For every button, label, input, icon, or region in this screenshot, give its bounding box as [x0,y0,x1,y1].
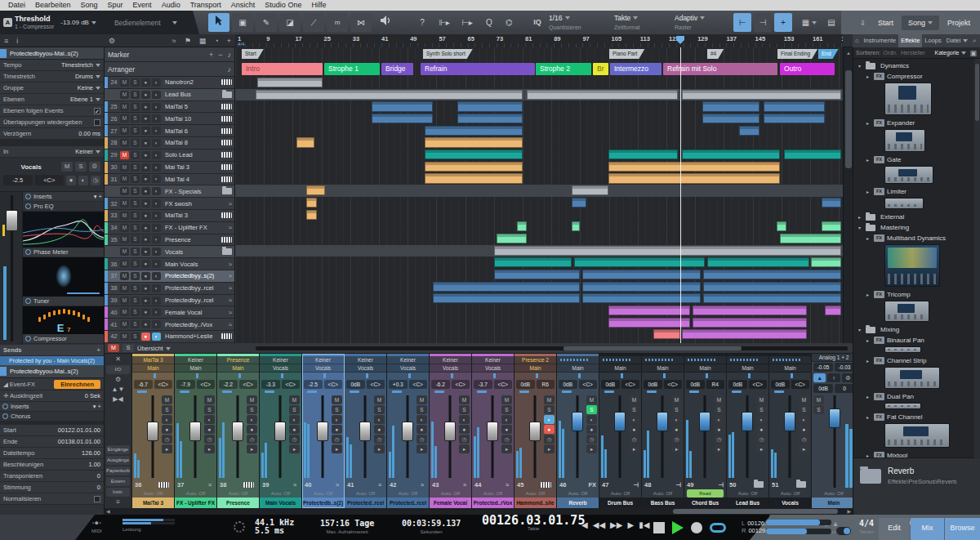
strip-record-button[interactable]: ● [756,425,767,434]
strip-output-label[interactable]: Main [514,364,556,373]
chevron-down-icon[interactable]: ▸ [866,358,871,364]
audio-clip[interactable] [777,221,786,231]
strip-play-button[interactable]: ▸ [756,444,767,453]
power-icon[interactable] [25,298,31,304]
track-row[interactable]: 41MS●◐Protectedby../Vox≈ [105,319,234,331]
audio-clip[interactable] [306,185,325,195]
menu-item-bearbeiten[interactable]: Bearbeiten [30,0,76,11]
raster-dropdown[interactable]: Adaptiv Raster [675,12,728,33]
strip-mute-button[interactable]: M [756,395,767,404]
start-page-button[interactable]: Start [871,16,900,30]
track-solo-button[interactable]: S [131,224,140,232]
audio-clip[interactable] [494,270,580,279]
track-row[interactable]: 39MS●◐Protectedbyy..rcel≈ [105,295,234,307]
strip-monitor-button[interactable]: ◐ [756,415,767,424]
track-solo-button[interactable]: S [131,284,140,292]
strip-mute-button[interactable]: M [374,395,385,404]
normalize-row[interactable]: Normalisieren [0,493,104,505]
strip-automation-mode[interactable]: Auto: Off [727,489,768,498]
track-mute-button[interactable]: M [120,332,129,341]
strip-automation-button[interactable]: ◷ [586,435,597,444]
scroll-left-icon[interactable]: ◀ [106,508,110,515]
main-fader-column[interactable] [824,394,845,489]
track-mute-button[interactable]: M [120,139,129,147]
track-row[interactable]: 30MS●◐Mai Tai 3 [105,162,234,174]
row-value[interactable]: 0.00 ms [78,130,100,137]
strip-output-label[interactable]: Vocals [472,364,514,373]
strip-mute-button[interactable]: M [671,395,682,404]
track-mute-button[interactable]: M [120,103,129,111]
strip-pan-value[interactable]: <C> [324,380,343,389]
strip-pan-value[interactable]: <C> [367,380,385,389]
audio-clip[interactable] [457,114,523,123]
mixer-channel-40[interactable]: KeinerVocals-2.5<C>MS◐●◷▸40≈Auto: OffPro… [302,354,345,508]
strip-automation-mode[interactable]: Read [687,489,724,498]
checkbox[interactable]: ✓ [94,108,100,114]
mixer-side-ausgänge[interactable]: Ausgänge [106,456,130,465]
chevron-down-icon[interactable]: ▸ [866,157,871,163]
track-solo-button[interactable]: S [131,139,140,147]
strip-gain-value[interactable]: +0.3 [389,380,408,389]
track-record-button[interactable]: ● [141,127,150,135]
track-row[interactable]: 24MS●◐Nanotron2 [105,77,234,89]
plugin-thumbnail[interactable] [884,423,950,448]
row-value[interactable]: 1.00 [88,461,100,468]
mixer-channel-44[interactable]: KeinerVocals-3.7<C>MS◐●◷▸44≈Auto: OffPro… [472,354,514,508]
strip-pan-value[interactable]: <C> [494,380,513,389]
fader-column[interactable] [525,394,544,480]
track-monitor-button[interactable]: ◐ [152,127,161,135]
strip-record-button[interactable]: ● [586,425,597,434]
cue-slider[interactable] [766,529,831,534]
track-solo-button[interactable]: S [131,308,140,316]
eraser-tool-button[interactable]: ◪ [279,13,301,32]
strip-solo-button[interactable]: S [586,405,597,414]
row-value[interactable]: Drums [75,73,100,80]
strip-solo-button[interactable]: S [289,405,300,414]
track-monitor-button[interactable]: ◐ [152,151,161,159]
inspector-row-gruppe[interactable]: GruppeKeine [0,83,104,94]
track-mute-button[interactable]: M [120,320,129,328]
strip-play-button[interactable]: ▸ [714,444,724,453]
track-row[interactable]: 35MS●◐Presence [105,234,234,247]
strip-play-button[interactable]: ▸ [501,444,512,453]
strip-solo-button[interactable]: S [162,405,172,414]
strip-name[interactable]: Female Vocal [430,498,471,508]
audio-clip[interactable] [693,318,807,328]
chevron-down-icon[interactable]: ▸ [866,414,871,420]
fader-column[interactable] [653,394,671,480]
strip-solo-button[interactable]: S [332,405,342,414]
sends-header[interactable]: Sends+ [0,345,104,356]
strip-insert-label[interactable]: Keiner [387,356,429,364]
track-mute-button[interactable]: M [120,163,129,172]
browser-tab-loops[interactable]: Loops [922,34,943,47]
track-solo-button[interactable]: S [131,91,140,99]
row-value[interactable]: 00138.01.01.00 [58,438,100,445]
event-prop-stimmung[interactable]: Stimmung0 [0,482,104,493]
strip-mute-button[interactable]: M [586,395,597,404]
strip-name[interactable]: MaiTai 3 [132,498,174,508]
strip-pan-value[interactable]: <C> [282,380,301,389]
strip-play-button[interactable]: ▸ [289,444,300,453]
strip-automation-mode[interactable]: Auto: Off [472,489,514,498]
strip-output-label[interactable]: Main [684,364,726,373]
tree-fx-fat-channel[interactable]: ▸FXFat Channel [853,412,980,422]
audio-clip[interactable] [784,150,841,159]
strip-name[interactable]: Main Vocals [260,498,301,508]
mixer-channel-49[interactable]: Main0dBR4MS◐●◷▸49⊣ReadChord Bus [684,354,727,508]
track-record-button[interactable]: ● [141,332,150,341]
mixer-solo-button[interactable]: S [122,344,134,352]
strip-mute-button[interactable]: M [799,395,809,404]
strip-insert-label[interactable]: Keiner [472,356,514,364]
tree-fx-expander[interactable]: ▸FXExpander [853,118,980,128]
event-prop-beschleunigen[interactable]: Beschleunigen1.00 [0,459,104,471]
strip-play-button[interactable]: ▸ [204,444,215,453]
power-icon[interactable] [25,194,31,199]
mixer-horizontal-scrollbar[interactable]: ◀ ▶ [105,508,853,515]
track-record-button[interactable]: ● [141,284,150,292]
chevron-right-icon[interactable]: ▸ [858,214,863,220]
strip-monitor-button[interactable]: ◐ [799,415,809,424]
track-record-button[interactable]: ● [141,260,150,268]
track-mute-button[interactable]: M [120,127,129,135]
mixer-channel-43[interactable]: KeinerVocals-6.2<C>MS◐●◷▸43≈Auto: OffFem… [430,354,472,508]
marker-flag[interactable]: Piano Part [609,49,644,59]
